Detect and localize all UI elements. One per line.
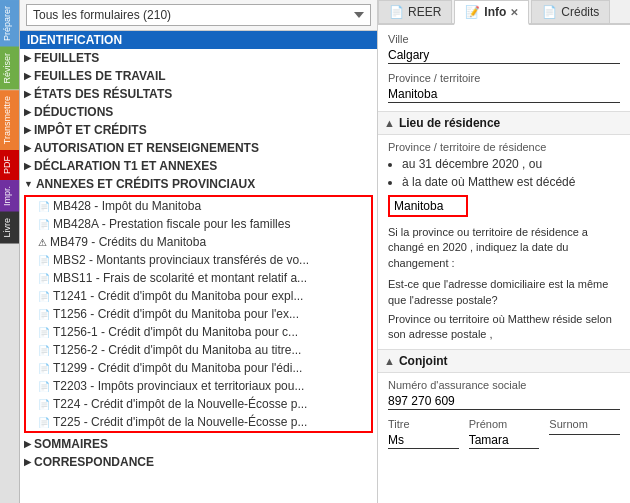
sidebar-impr[interactable]: Impr. (0, 180, 19, 212)
province-label: Province / territoire (388, 72, 620, 84)
province-residence-label: Province / territoire de résidence (388, 141, 620, 153)
arrow-icon: ▼ (24, 179, 33, 189)
titre-label: Titre (388, 418, 459, 430)
tree-body: IDENTIFICATION ▶ FEUILLETS ▶ FEUILLES DE… (20, 31, 377, 503)
tree-item-t2203[interactable]: 📄 T2203 - Impôts provinciaux et territor… (26, 377, 371, 395)
surnom-col: Surnom (549, 418, 620, 449)
tab-reer-label: REER (408, 5, 441, 19)
tree-item-annexes[interactable]: ▼ ANNEXES ET CRÉDITS PROVINCIAUX (20, 175, 377, 193)
forms-dropdown[interactable]: Tous les formulaires (210) (26, 4, 371, 26)
reer-tab-icon: 📄 (389, 5, 404, 19)
sidebar-preparer[interactable]: Préparer (0, 0, 19, 47)
tree-item-deductions[interactable]: ▶ DÉDUCTIONS (20, 103, 377, 121)
section-residence-header: ▲ Lieu de résidence (378, 111, 630, 135)
section-chevron-icon: ▲ (384, 117, 395, 129)
nas-field: Numéro d'assurance sociale 897 270 609 (388, 379, 620, 410)
name-row: Titre Ms Prénom Tamara Surnom (388, 418, 620, 449)
residence-text: au 31 décembre 2020 , ou à la date où Ma… (388, 155, 620, 191)
nas-value: 897 270 609 (388, 393, 620, 410)
prenom-col: Prénom Tamara (469, 418, 540, 449)
arrow-icon: ▶ (24, 125, 31, 135)
section-residence-title: Lieu de résidence (399, 116, 500, 130)
doc-icon: 📄 (38, 417, 50, 428)
tab-credits[interactable]: 📄 Crédits (531, 0, 610, 23)
tree-item-t1256-1[interactable]: 📄 T1256-1 - Crédit d'impôt du Manitoba p… (26, 323, 371, 341)
arrow-icon: ▶ (24, 457, 31, 467)
tree-item-autorisation[interactable]: ▶ AUTORISATION ET RENSEIGNEMENTS (20, 139, 377, 157)
arrow-icon: ▶ (24, 107, 31, 117)
tree-item-mb428a[interactable]: 📄 MB428A - Prestation fiscale pour les f… (26, 215, 371, 233)
tree-item-t1256-2[interactable]: 📄 T1256-2 - Crédit d'impôt du Manitoba a… (26, 341, 371, 359)
arrow-icon: ▶ (24, 161, 31, 171)
province-value: Manitoba (388, 86, 620, 103)
province-residence-field: Province / territoire de résidence au 31… (388, 141, 620, 217)
tree-item-mb479[interactable]: ⚠ MB479 - Crédits du Manitoba (26, 233, 371, 251)
province-field: Province / territoire Manitoba (388, 72, 620, 103)
tree-item-t1256[interactable]: 📄 T1256 - Crédit d'impôt du Manitoba pou… (26, 305, 371, 323)
city-field: Ville Calgary (388, 33, 620, 64)
domicile-question: Est-ce que l'adresse domiciliaire est la… (388, 277, 620, 308)
tree-item-mbs2[interactable]: 📄 MBS2 - Montants provinciaux transférés… (26, 251, 371, 269)
tab-info[interactable]: 📝 Info ✕ (454, 0, 529, 25)
residence-change-note: Si la province ou territoire de résidenc… (388, 225, 620, 271)
tree-item-t1241[interactable]: 📄 T1241 - Crédit d'impôt du Manitoba pou… (26, 287, 371, 305)
tree-item-impot[interactable]: ▶ IMPÔT ET CRÉDITS (20, 121, 377, 139)
tree-item-mb428[interactable]: 📄 MB428 - Impôt du Manitoba (26, 197, 371, 215)
city-value: Calgary (388, 47, 620, 64)
tree-item-etats[interactable]: ▶ ÉTATS DES RÉSULTATS (20, 85, 377, 103)
tree-item-sommaires[interactable]: ▶ SOMMAIRES (20, 435, 377, 453)
residence-bullet-2: à la date où Matthew est décédé (402, 173, 620, 191)
sidebar-transmettre[interactable]: Transmettre (0, 90, 19, 150)
doc-alert-icon: ⚠ (38, 237, 47, 248)
tree-item-t224[interactable]: 📄 T224 - Crédit d'impôt de la Nouvelle-É… (26, 395, 371, 413)
sidebar-pdf[interactable]: PDF (0, 150, 19, 180)
tree-item-declaration[interactable]: ▶ DÉCLARATION T1 ET ANNEXES (20, 157, 377, 175)
nas-label: Numéro d'assurance sociale (388, 379, 620, 391)
surnom-label: Surnom (549, 418, 620, 430)
arrow-icon: ▶ (24, 439, 31, 449)
prenom-value: Tamara (469, 432, 540, 449)
doc-icon: 📄 (38, 399, 50, 410)
credits-tab-icon: 📄 (542, 5, 557, 19)
titre-col: Titre Ms (388, 418, 459, 449)
residence-bullet-1: au 31 décembre 2020 , ou (402, 155, 620, 173)
sidebar-livre[interactable]: Livre (0, 212, 19, 244)
residence-input[interactable]: Manitoba (388, 195, 468, 217)
form-content: Ville Calgary Province / territoire Mani… (378, 25, 630, 503)
doc-icon: 📄 (38, 273, 50, 284)
right-panel: 📄 REER 📝 Info ✕ 📄 Crédits Ville Calgary … (378, 0, 630, 503)
arrow-icon: ▶ (24, 143, 31, 153)
sidebar-labels: Préparer Réviser Transmettre PDF Impr. L… (0, 0, 20, 503)
tree-item-mbs11[interactable]: 📄 MBS11 - Frais de scolarité et montant … (26, 269, 371, 287)
section-conjoint-header: ▲ Conjoint (378, 349, 630, 373)
doc-icon: 📄 (38, 219, 50, 230)
section-conjoint-title: Conjoint (399, 354, 448, 368)
titre-value: Ms (388, 432, 459, 449)
red-border-group: 📄 MB428 - Impôt du Manitoba 📄 MB428A - P… (24, 195, 373, 433)
tab-credits-label: Crédits (561, 5, 599, 19)
arrow-icon: ▶ (24, 53, 31, 63)
province-postale-label: Province ou territoire où Matthew réside… (388, 312, 620, 343)
tree-item-feuillets-travail[interactable]: ▶ FEUILLES DE TRAVAIL (20, 67, 377, 85)
tab-info-close[interactable]: ✕ (510, 7, 518, 18)
sidebar-reviser[interactable]: Réviser (0, 47, 19, 90)
arrow-icon: ▶ (24, 71, 31, 81)
doc-icon: 📄 (38, 255, 50, 266)
tree-header: Tous les formulaires (210) (20, 0, 377, 31)
surnom-value (549, 432, 620, 435)
tab-info-label: Info (484, 5, 506, 19)
doc-icon: 📄 (38, 345, 50, 356)
tree-panel: Tous les formulaires (210) IDENTIFICATIO… (20, 0, 378, 503)
doc-icon: 📄 (38, 309, 50, 320)
doc-icon: 📄 (38, 327, 50, 338)
tree-item-t225[interactable]: 📄 T225 - Crédit d'impôt de la Nouvelle-É… (26, 413, 371, 431)
doc-icon: 📄 (38, 363, 50, 374)
tree-item-identification[interactable]: IDENTIFICATION (20, 31, 377, 49)
tree-item-feuillets[interactable]: ▶ FEUILLETS (20, 49, 377, 67)
tree-item-t1299[interactable]: 📄 T1299 - Crédit d'impôt du Manitoba pou… (26, 359, 371, 377)
tree-item-correspondance[interactable]: ▶ CORRESPONDANCE (20, 453, 377, 471)
doc-icon: 📄 (38, 201, 50, 212)
tabs-bar: 📄 REER 📝 Info ✕ 📄 Crédits (378, 0, 630, 25)
doc-icon: 📄 (38, 291, 50, 302)
tab-reer[interactable]: 📄 REER (378, 0, 452, 23)
